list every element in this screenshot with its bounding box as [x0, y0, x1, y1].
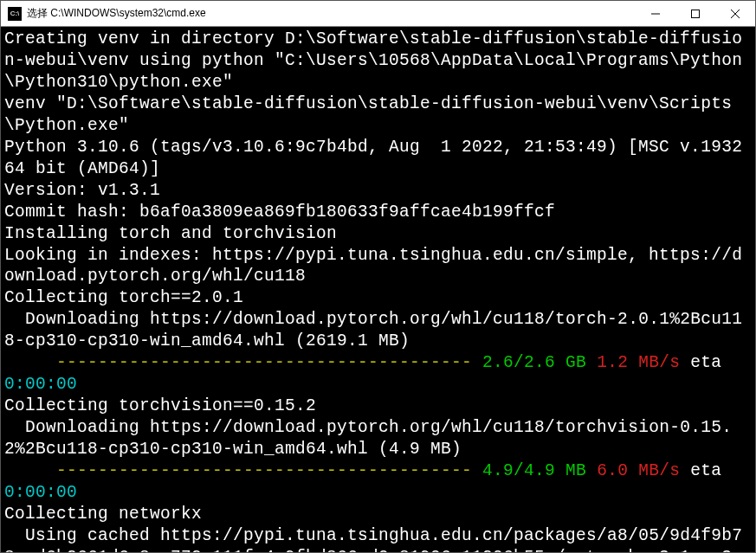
- output-line: Python 3.10.6 (tags/v3.10.6:9c7b4bd, Aug…: [4, 138, 753, 178]
- output-line: Collecting torchvision==0.15.2: [4, 396, 316, 415]
- progress-bar: ----------------------------------------: [56, 461, 482, 480]
- progress-line: ----------------------------------------…: [4, 461, 732, 502]
- progress-eta-label: eta: [680, 353, 732, 372]
- output-line: Downloading https://download.pytorch.org…: [4, 310, 742, 350]
- output-line: Downloading https://download.pytorch.org…: [4, 418, 732, 459]
- progress-indent: [4, 461, 56, 480]
- window-controls: [636, 1, 755, 26]
- maximize-button[interactable]: [675, 1, 715, 26]
- terminal-output[interactable]: Creating venv in directory D:\Software\s…: [1, 27, 755, 552]
- minimize-button[interactable]: [636, 1, 675, 26]
- output-line: Version: v1.3.1: [4, 181, 160, 200]
- output-line: Commit hash: b6af0a3809ea869fb180633f9af…: [4, 203, 555, 222]
- progress-eta-value: 0:00:00: [4, 375, 77, 394]
- progress-indent: [4, 353, 56, 372]
- progress-speed: 6.0 MB/s: [586, 461, 680, 480]
- progress-speed: 1.2 MB/s: [586, 353, 680, 372]
- svg-rect-1: [692, 10, 700, 17]
- window-title: 选择 C:\WINDOWS\system32\cmd.exe: [27, 6, 636, 21]
- titlebar[interactable]: C:\ 选择 C:\WINDOWS\system32\cmd.exe: [1, 1, 755, 27]
- output-line: Using cached https://pypi.tuna.tsinghua.…: [4, 526, 742, 552]
- cmd-icon: C:\: [8, 7, 22, 21]
- progress-bar: ----------------------------------------: [56, 353, 482, 372]
- output-line: Creating venv in directory D:\Software\s…: [4, 29, 742, 92]
- progress-done: 2.6/2.6 GB: [482, 353, 586, 372]
- cmd-window: C:\ 选择 C:\WINDOWS\system32\cmd.exe Creat…: [0, 0, 756, 553]
- output-line: venv "D:\Software\stable-diffusion\stabl…: [4, 94, 732, 135]
- progress-eta-value: 0:00:00: [4, 483, 77, 502]
- close-button[interactable]: [715, 1, 755, 26]
- output-line: Collecting networkx: [4, 505, 202, 524]
- output-line: Collecting torch==2.0.1: [4, 288, 243, 307]
- progress-line: ----------------------------------------…: [4, 353, 732, 394]
- progress-done: 4.9/4.9 MB: [482, 461, 586, 480]
- output-line: Looking in indexes: https://pypi.tuna.ts…: [4, 246, 742, 286]
- output-line: Installing torch and torchvision: [4, 224, 337, 243]
- progress-eta-label: eta: [680, 461, 732, 480]
